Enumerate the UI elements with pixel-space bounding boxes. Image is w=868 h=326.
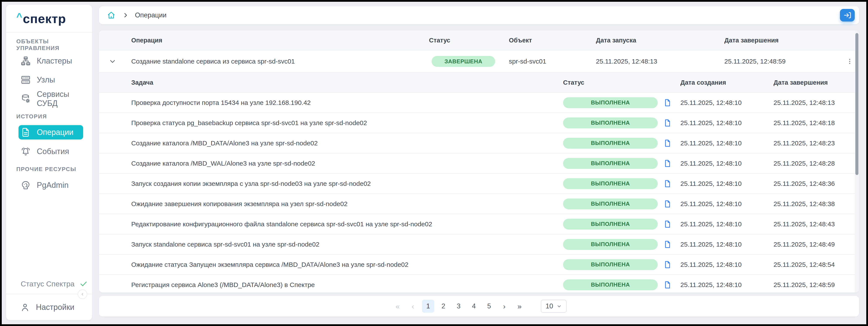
task-finish-date: 25.11.2025, 12:48:38: [774, 200, 859, 207]
task-finish-date: 25.11.2025, 12:48:13: [774, 99, 859, 106]
task-log-file-icon[interactable]: [663, 219, 672, 229]
task-name: Запуск standalone сервиса spr-sd-svc01 н…: [99, 241, 563, 248]
settings-label: Настройки: [36, 303, 74, 312]
sidebar-item-label: Операции: [37, 128, 73, 137]
task-status-badge: ВЫПОЛНЕНА: [563, 138, 658, 149]
task-status-badge: ВЫПОЛНЕНА: [563, 118, 658, 128]
task-created-date: 25.11.2025, 12:48:10: [680, 139, 774, 147]
sidebar-item-nodes[interactable]: Узлы: [6, 70, 92, 89]
sidebar-divider: [6, 294, 92, 294]
task-created-date: 25.11.2025, 12:48:10: [680, 221, 774, 228]
page-button-4[interactable]: 4: [468, 300, 480, 313]
task-created-date: 25.11.2025, 12:48:10: [680, 180, 774, 187]
task-log-file-icon[interactable]: [663, 280, 672, 290]
task-finish-date: 25.11.2025, 12:48:49: [774, 241, 859, 248]
sidebar: ^ спектр ОБЪЕКТЫ УПРАВЛЕНИЯ Кластеры: [6, 5, 92, 320]
settings-button[interactable]: Настройки: [6, 294, 92, 320]
clusters-icon: [21, 56, 31, 66]
column-header-operation: Операция: [131, 37, 429, 44]
chevron-down-icon: [557, 303, 562, 309]
task-row: Запуск standalone сервиса spr-sd-svc01 н…: [99, 234, 859, 255]
task-created-date: 25.11.2025, 12:48:10: [680, 281, 774, 289]
task-name: Ожидание статуса Запущен экземпляра серв…: [99, 261, 563, 268]
previous-page-button[interactable]: ‹: [407, 300, 419, 313]
operations-document-icon: [21, 127, 31, 137]
task-finish-date: 25.11.2025, 12:48:36: [774, 180, 859, 187]
column-header-status: Статус: [429, 37, 509, 44]
logout-arrow-icon: [843, 11, 851, 20]
task-finish-date: 25.11.2025, 12:48:23: [774, 139, 859, 147]
logout-button[interactable]: [840, 9, 855, 22]
task-row: Ожидание статуса Запущен экземпляра серв…: [99, 255, 859, 275]
section-label-management: ОБЪЕКТЫ УПРАВЛЕНИЯ: [6, 38, 92, 52]
task-row: Проверка доступности порта 15434 на узле…: [99, 93, 859, 113]
task-finish-date: 25.11.2025, 12:48:18: [774, 119, 859, 127]
page-size-select[interactable]: 10: [541, 300, 566, 313]
sidebar-item-operations[interactable]: Операции: [19, 125, 83, 139]
column-header-task-finish-date: Дата завершения: [774, 79, 859, 86]
sidebar-item-label: Сервисы СУБД: [37, 90, 92, 108]
sidebar-item-db-services[interactable]: Сервисы СУБД: [6, 89, 92, 108]
operation-status-badge: ЗАВЕРШЕНА: [432, 56, 495, 67]
bell-icon: [21, 146, 31, 157]
status-label: Статус Спектра: [21, 280, 74, 288]
task-log-file-icon[interactable]: [663, 118, 672, 128]
task-log-file-icon[interactable]: [663, 98, 672, 107]
sidebar-item-pgadmin[interactable]: PgAdmin: [6, 175, 92, 195]
column-header-created-date: Дата создания: [680, 79, 774, 86]
task-created-date: 25.11.2025, 12:48:10: [680, 99, 774, 106]
sidebar-item-label: События: [37, 147, 69, 156]
vertical-scrollbar-thumb[interactable]: [856, 33, 859, 175]
task-status-badge: ВЫПОЛНЕНА: [563, 280, 658, 290]
page-size-value: 10: [546, 302, 553, 310]
task-name: Регистрация сервиса Alone3 (/MBD_DATA/Al…: [99, 281, 563, 289]
task-status-badge: ВЫПОЛНЕНА: [563, 239, 658, 250]
screenshot-frame: ^ спектр ОБЪЕКТЫ УПРАВЛЕНИЯ Кластеры: [0, 0, 868, 326]
app-background: ^ спектр ОБЪЕКТЫ УПРАВЛЕНИЯ Кластеры: [2, 2, 866, 324]
operations-table: Операция Статус Объект Дата запуска Дата…: [99, 30, 859, 292]
vertical-scrollbar-track[interactable]: [855, 30, 859, 292]
status-ok-check-icon: [79, 280, 88, 288]
task-row: Редактирование конфигурационного файла s…: [99, 214, 859, 234]
home-icon[interactable]: [107, 11, 116, 20]
task-name: Ожидание завершения копирования экземпля…: [99, 200, 563, 207]
pgadmin-elephant-icon: [21, 180, 31, 190]
section-label-other-resources: ПРОЧИЕ РЕСУРСЫ: [6, 163, 92, 175]
page-button-1[interactable]: 1: [422, 300, 434, 313]
task-log-file-icon[interactable]: [663, 260, 672, 269]
task-status-badge: ВЫПОЛНЕНА: [563, 97, 658, 108]
operation-finish-date: 25.11.2025, 12:48:59: [724, 58, 844, 65]
sidebar-collapse-button[interactable]: [78, 289, 87, 299]
task-row: Запуск создания копии экземпляра с узла …: [99, 174, 859, 194]
database-gear-icon: [21, 94, 31, 104]
sidebar-item-clusters[interactable]: Кластеры: [6, 52, 92, 70]
sidebar-item-events[interactable]: События: [6, 142, 92, 161]
page-button-3[interactable]: 3: [453, 300, 465, 313]
page-button-5[interactable]: 5: [483, 300, 495, 313]
task-name: Редактирование конфигурационного файла s…: [99, 221, 563, 228]
collapse-row-chevron-down-icon[interactable]: [106, 55, 119, 68]
task-log-file-icon[interactable]: [663, 138, 672, 148]
task-log-file-icon[interactable]: [663, 239, 672, 249]
next-page-button[interactable]: ›: [498, 300, 510, 313]
task-log-file-icon[interactable]: [663, 199, 672, 209]
sidebar-item-label: PgAdmin: [37, 181, 68, 190]
task-created-date: 25.11.2025, 12:48:10: [680, 119, 774, 127]
task-finish-date: 25.11.2025, 12:48:59: [774, 281, 859, 289]
first-page-button[interactable]: «: [392, 300, 404, 313]
task-name: Проверка статуса pg_basebackup сервиса s…: [99, 119, 563, 127]
column-header-task-status: Статус: [563, 79, 680, 86]
task-name: Запуск создания копии экземпляра с узла …: [99, 180, 563, 187]
last-page-button[interactable]: »: [514, 300, 526, 313]
column-header-finish-date: Дата завершения: [724, 37, 844, 44]
column-header-object: Объект: [509, 37, 596, 44]
task-created-date: 25.11.2025, 12:48:10: [680, 200, 774, 207]
page-button-2[interactable]: 2: [437, 300, 450, 313]
section-label-history: ИСТОРИЯ: [6, 110, 92, 123]
nodes-icon: [21, 75, 31, 85]
kebab-menu-icon[interactable]: [844, 55, 856, 67]
task-log-file-icon[interactable]: [663, 179, 672, 189]
pagination-bar: « ‹ 1 2 3 4 5 › » 10: [99, 296, 859, 317]
logo-caret-icon: ^: [16, 11, 22, 23]
task-log-file-icon[interactable]: [663, 159, 672, 168]
